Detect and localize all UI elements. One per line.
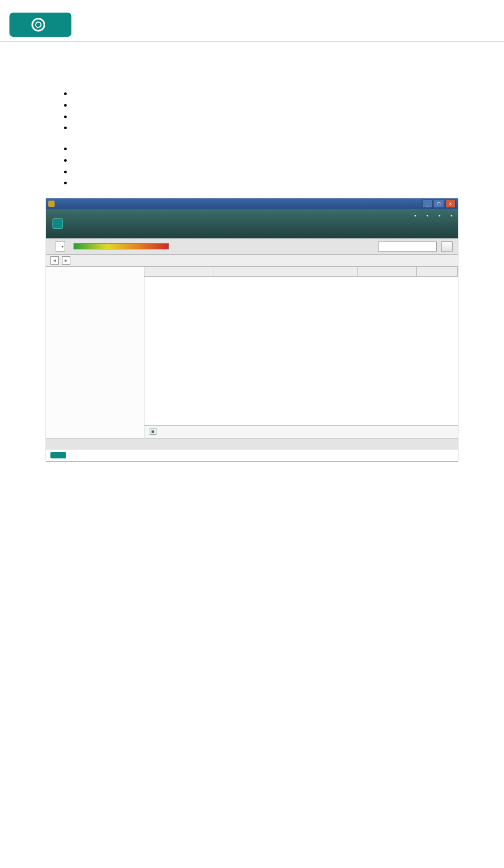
list-item	[72, 122, 467, 133]
list-item	[72, 111, 467, 122]
window-titlebar[interactable]: _ □ ×	[46, 198, 458, 209]
toolbar	[46, 238, 458, 255]
menu-file[interactable]	[413, 212, 416, 218]
eset-logo	[9, 13, 71, 37]
file-icon: ▣	[150, 428, 156, 435]
list-item	[72, 177, 467, 189]
nav-back-icon[interactable]: ◄	[50, 256, 59, 265]
list-item	[72, 88, 467, 99]
list-item	[72, 99, 467, 111]
maximize-button[interactable]: □	[434, 200, 444, 208]
sysinspector-screenshot: _ □ ×	[46, 198, 458, 462]
detail-pane: ▣	[144, 425, 458, 438]
breadcrumb-bar: ◄ ►	[46, 255, 458, 267]
list-item	[72, 154, 467, 166]
column-headers[interactable]	[144, 267, 458, 277]
close-button[interactable]: ×	[445, 200, 456, 208]
search-input[interactable]	[378, 242, 437, 252]
page-header	[0, 0, 504, 41]
list-item	[72, 143, 467, 154]
document-body: _ □ ×	[0, 41, 504, 477]
detail-select[interactable]	[56, 241, 65, 252]
eset-logo-icon	[52, 218, 63, 229]
app-banner	[46, 209, 458, 238]
filter-slider[interactable]	[74, 243, 169, 249]
process-tree[interactable]	[46, 267, 144, 438]
app-icon	[48, 201, 55, 207]
minimize-button[interactable]: _	[422, 200, 433, 208]
menu-tree[interactable]	[425, 212, 428, 218]
status-bar	[46, 438, 458, 449]
col-path[interactable]	[214, 267, 358, 276]
eset-logo-small	[50, 452, 66, 458]
menu-help[interactable]	[449, 212, 453, 218]
scheduler-list	[61, 143, 467, 189]
list-item	[72, 166, 467, 177]
nav-fwd-icon[interactable]: ►	[62, 256, 70, 265]
eye-icon	[32, 18, 45, 32]
col-process[interactable]	[144, 267, 214, 276]
col-user[interactable]	[417, 267, 458, 276]
search-button[interactable]	[441, 241, 453, 252]
app-footer	[46, 449, 458, 461]
module-list[interactable]	[144, 277, 458, 425]
col-pid[interactable]	[358, 267, 417, 276]
protocols-list	[61, 88, 467, 133]
menu-list[interactable]	[437, 212, 440, 218]
